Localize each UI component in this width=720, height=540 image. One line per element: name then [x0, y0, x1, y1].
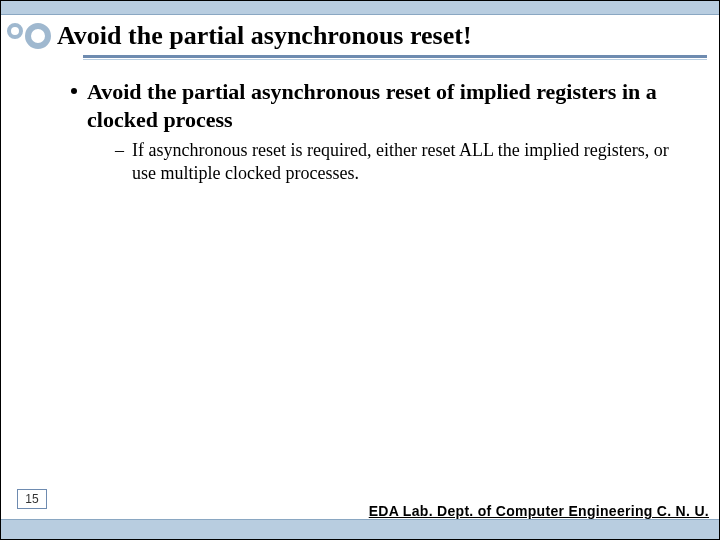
- bullet-body: Avoid the partial asynchronous reset of …: [87, 78, 679, 186]
- circle-large-icon: [25, 23, 51, 49]
- slide-title: Avoid the partial asynchronous reset!: [57, 21, 709, 53]
- slide: Avoid the partial asynchronous reset! Av…: [0, 0, 720, 540]
- content-area: Avoid the partial asynchronous reset of …: [1, 60, 719, 186]
- sub-bullet-text: If asynchronous reset is required, eithe…: [132, 139, 679, 186]
- title-underline: [83, 55, 707, 58]
- bullet-dot-icon: [71, 88, 77, 94]
- decorative-circles: [7, 23, 51, 53]
- bullet-item: Avoid the partial asynchronous reset of …: [71, 78, 679, 186]
- footer-text: EDA Lab. Dept. of Computer Engineering C…: [369, 503, 709, 519]
- sub-bullet-item: – If asynchronous reset is required, eit…: [115, 139, 679, 186]
- page-number: 15: [17, 489, 47, 509]
- top-accent-bar: [1, 1, 719, 15]
- title-row: Avoid the partial asynchronous reset!: [1, 15, 719, 53]
- bottom-accent-bar: [1, 519, 719, 539]
- circle-small-icon: [7, 23, 23, 39]
- dash-icon: –: [115, 139, 124, 162]
- bullet-text: Avoid the partial asynchronous reset of …: [87, 78, 679, 133]
